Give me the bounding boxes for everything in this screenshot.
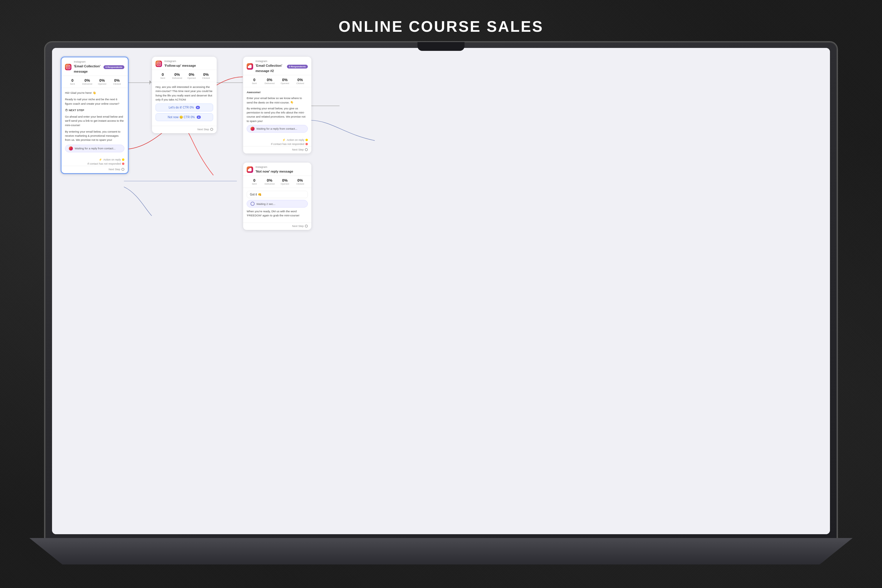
- node2-stat-opened: 0% Opened: [184, 72, 199, 80]
- instagram-icon-4: [247, 166, 253, 173]
- node2-header-text: Instagram 'Follow-up' message: [164, 60, 213, 68]
- node1-text-greeting: Hiii! Glad you're here! 👋: [65, 91, 124, 95]
- node1-header-text: Instagram 'Email Collection' message: [74, 60, 101, 74]
- node-followup[interactable]: Instagram 'Follow-up' message 0 Sent 0%: [152, 57, 217, 133]
- node2-next-dot: [210, 128, 213, 131]
- node1-text-para1: Ready to nail your niche and be the next…: [65, 98, 124, 106]
- node2-title: 'Follow-up' message: [164, 64, 196, 68]
- node1-waiting-pill: Waiting for a reply from contact...: [65, 145, 124, 152]
- node1-stat-clicked: 0% Clicked: [110, 78, 124, 85]
- node4-body: Got it 👊 Waiting 2 sec... When you're re…: [243, 188, 311, 222]
- node3-stat-opened: 0% Opened: [277, 78, 292, 85]
- node3-header: Instagram 'Email Collection' message #2 …: [243, 57, 311, 75]
- node1-next-dot: [122, 168, 124, 171]
- node4-platform: Instagram: [255, 165, 308, 168]
- node2-platform: Instagram: [164, 60, 213, 63]
- node4-para1: When you're ready, DM us with the word '…: [247, 209, 308, 218]
- node1-stat-opened: 0% Opened: [94, 78, 110, 85]
- laptop-outer: Instagram 'Email Collection' message 0 R…: [44, 41, 838, 564]
- node4-clock-icon: [250, 202, 255, 206]
- node1-greeting: Hiii! Glad you're here! 👋: [65, 91, 124, 95]
- lightning-icon-1: ⚡: [99, 158, 102, 161]
- node3-next-step: Next Step: [243, 146, 311, 153]
- node3-para2: By entering your email below, you give u…: [247, 106, 308, 123]
- node1-text-next: 🗒 NEXT STEP: [65, 108, 124, 112]
- node3-platform: Instagram: [255, 60, 285, 63]
- node1-title: 'Email Collection' message: [74, 64, 100, 73]
- node1-badge: 0 Respondents: [104, 65, 124, 69]
- node3-action-reply: ⚡ Action on reply: [247, 138, 308, 141]
- node1-para3: By entering your email below, you consen…: [65, 130, 124, 142]
- node3-waiting-icon: [250, 127, 255, 131]
- node-email-collection[interactable]: Instagram 'Email Collection' message 0 R…: [61, 57, 129, 174]
- node1-action-reply: ⚡ Action on reply: [65, 158, 124, 161]
- node1-para2: Go ahead and enter your best email below…: [65, 115, 124, 127]
- node1-next-step: Next Step: [62, 166, 128, 173]
- node4-next-dot: [305, 225, 308, 228]
- node3-greeting: Awesome!: [247, 90, 308, 94]
- laptop-bezel: Instagram 'Email Collection' message 0 R…: [44, 41, 838, 541]
- node1-stats: 0 Sent 0% Delivered 0% Opened: [62, 76, 128, 88]
- node2-body: Hey, are you still interested in accessi…: [152, 82, 217, 126]
- laptop-base: [29, 538, 853, 564]
- node3-title: 'Email Collection' message #2: [255, 64, 282, 73]
- laptop-container: Instagram 'Email Collection' message 0 R…: [44, 41, 838, 564]
- node1-waiting-text: Waiting for a reply from contact...: [75, 147, 116, 150]
- node4-next-step: Next Step: [243, 222, 311, 230]
- node3-stat-delivered: 0% Delivered: [262, 78, 277, 85]
- node4-header: Instagram 'Not now' reply message: [243, 163, 311, 176]
- node2-cta2[interactable]: Not now 😔 CTR 0% ●: [156, 113, 213, 121]
- node1-text-para2: Go ahead and enter your best email below…: [65, 115, 124, 127]
- node4-title: 'Not now' reply message: [255, 170, 293, 173]
- node4-waiting-sec: Waiting 2 sec...: [247, 200, 308, 208]
- node2-para1: Hey, are you still interested in accessi…: [156, 85, 213, 102]
- node3-if-not-responded: If contact has not responded: [247, 142, 308, 146]
- svg-marker-0: [149, 80, 151, 85]
- laptop-screen: Instagram 'Email Collection' message 0 R…: [52, 48, 830, 534]
- node4-stats: 0 Sent 0% Delivered 0% Opened: [243, 176, 311, 188]
- lightning-icon-3: ⚡: [282, 138, 285, 141]
- node3-action-dot-yellow: [306, 139, 308, 141]
- node3-stat-clicked: 0% Clicked: [292, 78, 308, 85]
- node3-waiting-text: Waiting for a reply from contact...: [256, 127, 297, 130]
- node4-stat-opened: 0% Opened: [277, 178, 292, 185]
- node4-stat-delivered: 0% Delivered: [262, 178, 277, 185]
- node1-stat-delivered: 0% Delivered: [80, 78, 95, 85]
- node1-action-dot-yellow: [122, 159, 124, 161]
- node2-cta1[interactable]: Let's do it! CTR 0% ●: [156, 104, 213, 111]
- node1-platform: Instagram: [74, 60, 101, 63]
- node4-stat-clicked: 0% Clicked: [292, 178, 308, 185]
- node1-next-step-label: 🗒 NEXT STEP: [65, 108, 124, 112]
- instagram-icon-2: [156, 61, 162, 67]
- node3-header-text: Instagram 'Email Collection' message #2: [255, 60, 285, 73]
- node1-para1: Ready to nail your niche and be the next…: [65, 98, 124, 106]
- node1-if-not-responded: If contact has not responded: [65, 162, 124, 165]
- node1-action-area: ⚡ Action on reply If contact has not res…: [62, 158, 128, 166]
- node4-stat-sent: 0 Sent: [247, 178, 262, 185]
- instagram-icon-3: [247, 63, 253, 70]
- node3-action-area: ⚡ Action on reply If contact has not res…: [243, 138, 311, 146]
- node-email-collection-2[interactable]: Instagram 'Email Collection' message #2 …: [243, 57, 311, 153]
- node1-stat-sent: 0 Sent: [65, 78, 80, 85]
- node2-next-step: Next Step: [152, 126, 217, 133]
- node2-header: Instagram 'Follow-up' message: [152, 57, 217, 70]
- node3-action-dot-red: [306, 143, 308, 145]
- camera-notch: [417, 42, 465, 51]
- instagram-icon-1: [65, 64, 72, 70]
- node3-waiting-pill: Waiting for a reply from contact...: [247, 125, 308, 133]
- node2-stat-delivered: 0% Delivered: [170, 72, 184, 80]
- node3-body: Awesome! Enter your email below so we kn…: [243, 87, 311, 137]
- node1-header: Instagram 'Email Collection' message 0 R…: [62, 57, 128, 76]
- node2-stat-clicked: 0% Clicked: [199, 72, 213, 80]
- node3-badge: 0 Respondents: [287, 64, 308, 69]
- node4-header-text: Instagram 'Not now' reply message: [255, 165, 308, 174]
- flow-canvas[interactable]: Instagram 'Email Collection' message 0 R…: [52, 48, 830, 534]
- node2-stats: 0 Sent 0% Delivered 0% Opened: [152, 70, 217, 82]
- node-not-now-reply[interactable]: Instagram 'Not now' reply message 0 Sent…: [243, 163, 311, 230]
- node3-stats: 0 Sent 0% Delivered 0% Opened: [243, 75, 311, 87]
- node1-waiting-icon: [69, 146, 73, 150]
- node1-action-dot-red: [122, 163, 124, 165]
- node3-stat-sent: 0 Sent: [247, 78, 262, 85]
- node1-body: Hiii! Glad you're here! 👋 Ready to nail …: [62, 88, 128, 157]
- node1-text-para3: By entering your email below, you consen…: [65, 130, 124, 142]
